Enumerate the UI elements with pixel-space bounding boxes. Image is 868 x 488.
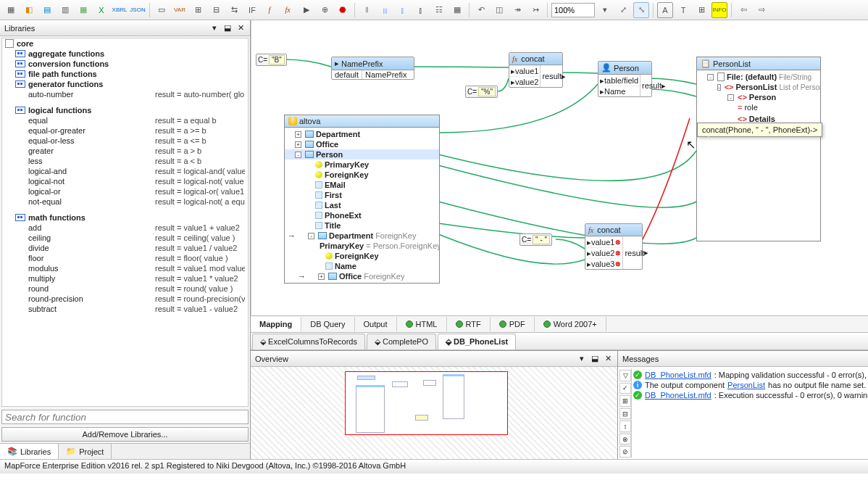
- search-input[interactable]: [1, 410, 249, 424]
- msg-btn[interactable]: ⊘: [619, 446, 631, 458]
- tb-btn[interactable]: ☷: [431, 2, 447, 18]
- msg-btn[interactable]: ✓: [619, 383, 631, 394]
- lib-function[interactable]: logical-andresult = logical-and( value1,…: [2, 166, 248, 176]
- message-link[interactable]: PersonList: [727, 381, 765, 389]
- tree-item[interactable]: First: [285, 190, 439, 200]
- tree-item[interactable]: PrimaryKey = Person.ForeignKey: [285, 241, 439, 251]
- tree-item[interactable]: +Office: [285, 139, 439, 149]
- lib-function[interactable]: multiplyresult = value1 * value2: [2, 273, 248, 284]
- tb-btn[interactable]: ▦: [75, 2, 91, 18]
- lib-category[interactable]: logical functions: [2, 105, 248, 115]
- lib-function[interactable]: addresult = value1 + value2: [2, 223, 248, 233]
- tb-btn[interactable]: ⫴: [359, 2, 375, 18]
- tb-btn[interactable]: ⊞: [693, 2, 709, 18]
- tree-item[interactable]: +Department: [285, 129, 439, 139]
- tree-item[interactable]: - File: (default) File/String: [697, 72, 820, 82]
- tb-btn[interactable]: ▥: [57, 2, 73, 18]
- tree-item[interactable]: ForeignKey: [285, 251, 439, 261]
- lib-function[interactable]: subtractresult = value1 - value2: [2, 304, 248, 314]
- tb-btn[interactable]: ⇦: [735, 2, 751, 18]
- tree-item[interactable]: = role: [697, 102, 820, 112]
- node-person[interactable]: 👤 Person ▸table/field ▸Name result▸: [598, 61, 652, 97]
- output-tab-html[interactable]: HTML: [397, 317, 447, 331]
- tb-btn[interactable]: ⤢: [615, 2, 631, 18]
- msg-btn[interactable]: ⊟: [619, 408, 631, 420]
- lib-function[interactable]: logical-notresult = logical-not( value ): [2, 176, 248, 186]
- tb-btn[interactable]: ⤡: [633, 2, 649, 18]
- output-tab-mapping[interactable]: Mapping: [251, 317, 301, 331]
- panel-dropdown-icon[interactable]: ▾: [577, 354, 587, 364]
- lib-function[interactable]: equalresult = a equal b: [2, 115, 248, 125]
- tb-btn[interactable]: ↶: [473, 2, 489, 18]
- lib-category[interactable]: conversion functions: [2, 59, 248, 69]
- tb-btn[interactable]: ⇆: [226, 2, 242, 18]
- tb-btn[interactable]: INFO: [711, 2, 727, 18]
- node-nameprefix[interactable]: ▸ NamePrefix default NamePrefix: [331, 57, 414, 80]
- component-personlist[interactable]: 📋 PersonList - File: (default) File/Stri…: [696, 57, 821, 241]
- tb-btn[interactable]: ⫼: [377, 2, 393, 18]
- tree-item[interactable]: Name: [285, 261, 439, 271]
- lib-function[interactable]: roundresult = round( value ): [2, 284, 248, 294]
- tb-btn[interactable]: JSON: [130, 2, 146, 18]
- output-tab-pdf[interactable]: PDF: [491, 317, 535, 331]
- tree-item[interactable]: ForeignKey: [285, 170, 439, 180]
- lib-function[interactable]: floorresult = floor( value ): [2, 253, 248, 263]
- output-tab-output[interactable]: Output: [355, 317, 397, 331]
- output-tab-db-query[interactable]: DB Query: [301, 317, 354, 331]
- msg-btn[interactable]: ⊗: [619, 434, 631, 445]
- overview-canvas[interactable]: [251, 367, 617, 459]
- tb-btn[interactable]: ▾: [597, 2, 613, 18]
- lib-category[interactable]: generator functions: [2, 79, 248, 89]
- tree-item[interactable]: EMail: [285, 180, 439, 190]
- lib-function[interactable]: modulusresult = value1 mod value2: [2, 263, 248, 273]
- tab-libraries[interactable]: 📚 Libraries: [0, 444, 59, 459]
- mapping-canvas[interactable]: C="B" C="%" C=" - " ▸ NamePrefix default…: [251, 20, 868, 315]
- tb-btn[interactable]: ⫿: [413, 2, 429, 18]
- tb-btn[interactable]: IF: [244, 2, 260, 18]
- panel-dropdown-icon[interactable]: ▾: [209, 23, 220, 33]
- constant-B[interactable]: C="B": [256, 54, 287, 66]
- output-tab-word-2007+[interactable]: Word 2007+: [535, 317, 606, 331]
- lib-function[interactable]: equal-or-greaterresult = a >= b: [2, 125, 248, 136]
- tb-btn[interactable]: ↣: [527, 2, 543, 18]
- tb-btn[interactable]: ⇨: [754, 2, 769, 18]
- tree-item[interactable]: PrimaryKey: [285, 160, 439, 170]
- doc-tab[interactable]: ⬙ ExcelColumnsToRecords: [252, 334, 365, 350]
- tb-btn[interactable]: VAR: [172, 2, 188, 18]
- panel-pin-icon[interactable]: ⬓: [590, 354, 600, 364]
- lib-category[interactable]: math functions: [2, 212, 248, 223]
- constant-percent[interactable]: C="%": [465, 86, 498, 98]
- message-link[interactable]: DB_PhoneList.mfd: [645, 391, 711, 400]
- msg-btn[interactable]: ⊞: [619, 395, 631, 407]
- tb-btn[interactable]: ▤: [39, 2, 55, 18]
- panel-pin-icon[interactable]: ⬓: [222, 23, 233, 33]
- tb-btn[interactable]: ◧: [21, 2, 37, 18]
- component-altova[interactable]: altova +Department+Office-PersonPrimaryK…: [284, 115, 440, 284]
- tree-item[interactable]: Title: [285, 220, 439, 231]
- tree-item[interactable]: →-Department ForeignKey: [285, 231, 439, 241]
- panel-close-icon[interactable]: ✕: [603, 354, 613, 364]
- tb-btn[interactable]: ⊞: [190, 2, 206, 18]
- doc-tab[interactable]: ⬙ DB_PhoneList: [438, 334, 516, 350]
- panel-close-icon[interactable]: ✕: [235, 23, 246, 33]
- tb-btn[interactable]: ⬣: [335, 2, 351, 18]
- tree-item[interactable]: -<> Person: [697, 92, 820, 102]
- tree-item[interactable]: →+Office ForeignKey: [285, 271, 439, 281]
- lib-function[interactable]: divideresult = value1 / value2: [2, 243, 248, 253]
- tb-btn[interactable]: ↠: [509, 2, 525, 18]
- tb-btn[interactable]: A: [657, 2, 673, 18]
- tb-btn[interactable]: ⊕: [317, 2, 333, 18]
- lib-function[interactable]: round-precisionresult = round-precision(…: [2, 294, 248, 304]
- node-concat-1[interactable]: fxconcat ▸value1 ▸value2 result▸: [509, 52, 563, 88]
- message-link[interactable]: DB_PhoneList.mfd: [645, 371, 711, 379]
- msg-filter-icon[interactable]: ▽: [619, 370, 631, 381]
- libraries-tree[interactable]: coreaggregate functionsconversion functi…: [1, 38, 249, 407]
- lib-category[interactable]: file path functions: [2, 69, 248, 79]
- tb-btn[interactable]: fx: [280, 2, 296, 18]
- lib-function[interactable]: not-equalresult = logical-not( a equal b…: [2, 197, 248, 207]
- lib-function[interactable]: logical-orresult = logical-or( value1, v…: [2, 186, 248, 197]
- lib-category[interactable]: aggregate functions: [2, 49, 248, 59]
- zoom-input[interactable]: [551, 3, 595, 17]
- lib-function[interactable]: greaterresult = a > b: [2, 146, 248, 156]
- tb-btn[interactable]: ◫: [491, 2, 507, 18]
